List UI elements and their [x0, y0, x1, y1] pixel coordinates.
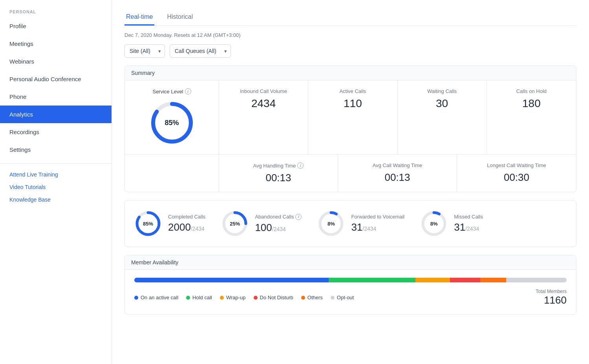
tab-historical[interactable]: Historical — [165, 9, 194, 25]
voicemail-title: Forwarded to Voicemail — [351, 214, 404, 220]
sidebar-divider — [0, 163, 112, 164]
member-availability: Member Availability On an active callHol… — [124, 255, 576, 315]
legend-dot-do-not-disturb — [254, 296, 258, 300]
stat-inbound-value: 2434 — [225, 97, 302, 110]
voicemail-donut: 8% — [317, 210, 345, 237]
sidebar-item-recordings[interactable]: Recordings — [0, 123, 112, 141]
voicemail-total: /2434 — [362, 226, 376, 232]
legend-label-wrap-up: Wrap-up — [226, 295, 246, 300]
total-members-label: Total Members — [536, 289, 567, 294]
stat-waiting-label: Waiting Calls — [404, 88, 480, 94]
legend-dot-wrap-up — [220, 296, 224, 300]
member-availability-body: On an active callHold callWrap-upDo Not … — [125, 270, 576, 314]
summary-header: Summary — [125, 66, 576, 80]
legend-item-others: Others — [301, 295, 323, 300]
availability-bar — [134, 278, 567, 282]
legend-item-active-call: On an active call — [134, 295, 178, 300]
service-level-value: 85% — [165, 119, 179, 127]
service-level-info-icon[interactable]: i — [185, 88, 191, 95]
legend-dot-others — [301, 296, 305, 300]
legend-label-active-call: On an active call — [141, 295, 178, 300]
site-filter[interactable]: Site (All) — [124, 44, 165, 58]
tabs: Real-time Historical — [124, 9, 576, 26]
filters: Site (All) Call Queues (All) — [124, 44, 576, 58]
breakdown-voicemail: 8% Forwarded to Voicemail 31/2434 — [317, 210, 404, 237]
legend-label-do-not-disturb: Do Not Disturb — [260, 295, 293, 300]
main-content: Real-time Historical Dec 7, 2020 Monday.… — [112, 0, 589, 364]
bar-segment-do-not-disturb — [450, 278, 480, 282]
stat-longest-waiting-value: 00:30 — [463, 171, 570, 184]
total-members-value: 1160 — [536, 294, 567, 306]
stat-active: Active Calls 110 — [308, 80, 397, 154]
sidebar: PERSONAL Profile Meetings Webinars Perso… — [0, 0, 112, 364]
stat-waiting: Waiting Calls 30 — [398, 80, 487, 154]
missed-total: /2434 — [465, 226, 479, 232]
sidebar-item-meetings[interactable]: Meetings — [0, 35, 112, 53]
metrics-row-top: Service Level i 85% Inbound Call Volume … — [125, 80, 576, 155]
sidebar-item-settings[interactable]: Settings — [0, 141, 112, 158]
legend-item-wrap-up: Wrap-up — [220, 295, 246, 300]
metrics-row-time: Avg Handling Time i 00:13 Avg Call Waiti… — [125, 155, 576, 192]
abandoned-info-icon[interactable]: i — [295, 214, 302, 220]
sidebar-link-knowledge-base[interactable]: Knowledge Base — [0, 193, 112, 206]
completed-donut: 85% — [134, 210, 162, 237]
completed-value: 2000 — [168, 221, 191, 233]
sidebar-link-video-tutorials[interactable]: Video Tutorials — [0, 181, 112, 193]
sidebar-item-profile[interactable]: Profile — [0, 17, 112, 35]
voicemail-value: 31 — [351, 221, 362, 233]
missed-percent: 8% — [430, 221, 438, 227]
legend-label-opt-out: Opt-out — [337, 295, 354, 300]
time-stats-grid: Avg Handling Time i 00:13 Avg Call Waiti… — [219, 155, 576, 192]
legend: On an active callHold callWrap-upDo Not … — [134, 295, 354, 300]
member-availability-header: Member Availability — [125, 255, 576, 270]
legend-label-others: Others — [307, 295, 323, 300]
sidebar-item-personal-audio[interactable]: Personal Audio Conference — [0, 70, 112, 88]
stat-longest-waiting: Longest Call Waiting Time 00:30 — [457, 155, 576, 192]
missed-donut: 8% — [420, 210, 448, 237]
sidebar-item-phone[interactable]: Phone — [0, 88, 112, 106]
stats-grid: Inbound Call Volume 2434 Active Calls 11… — [219, 80, 576, 154]
stat-hold: Calls on Hold 180 — [487, 80, 576, 154]
stat-hold-value: 180 — [493, 97, 570, 110]
abandoned-percent: 25% — [230, 221, 240, 227]
stat-avg-handling-label: Avg Handling Time i — [225, 162, 331, 169]
stat-avg-handling-value: 00:13 — [225, 172, 331, 184]
service-level-donut: 85% — [148, 99, 196, 146]
legend-dot-hold-call — [186, 296, 190, 300]
tab-realtime[interactable]: Real-time — [124, 9, 154, 25]
bar-segment-active-call — [134, 278, 329, 282]
stat-waiting-value: 30 — [404, 97, 480, 110]
site-filter-wrapper: Site (All) — [124, 44, 165, 58]
legend-dot-active-call — [134, 296, 138, 300]
sidebar-item-webinars[interactable]: Webinars — [0, 53, 112, 70]
abandoned-title: Abandoned Calls i — [255, 214, 302, 220]
total-members-section: Total Members 1160 — [536, 289, 567, 306]
stat-avg-waiting: Avg Call Waiting Time 00:13 — [338, 155, 457, 192]
bar-segment-hold-call — [329, 278, 415, 282]
completed-total: /2434 — [191, 226, 205, 232]
stat-active-label: Active Calls — [315, 88, 391, 94]
stat-avg-handling: Avg Handling Time i 00:13 — [219, 155, 338, 192]
sidebar-section-label: PERSONAL — [0, 0, 112, 17]
bar-segment-others — [480, 278, 506, 282]
queue-filter-wrapper: Call Queues (All) — [170, 44, 231, 58]
avg-handling-info-icon[interactable]: i — [297, 162, 304, 169]
legend-item-opt-out: Opt-out — [331, 295, 354, 300]
sidebar-item-analytics[interactable]: Analytics — [0, 106, 112, 123]
breakdown-abandoned: 25% Abandoned Calls i 100/2434 — [221, 210, 302, 237]
stat-active-value: 110 — [315, 97, 391, 110]
breakdown-card: 85% Completed Calls 2000/2434 25% Aband — [124, 200, 576, 247]
voicemail-percent: 8% — [327, 221, 335, 227]
summary-container: Summary Service Level i 85% — [124, 66, 576, 192]
queue-filter[interactable]: Call Queues (All) — [170, 44, 231, 58]
stat-inbound-label: Inbound Call Volume — [225, 88, 302, 94]
sidebar-link-live-training[interactable]: Attend Live Training — [0, 168, 112, 181]
missed-value: 31 — [454, 221, 465, 233]
stat-avg-waiting-value: 00:13 — [344, 171, 450, 184]
legend-label-hold-call: Hold call — [192, 295, 212, 300]
abandoned-value: 100 — [255, 222, 272, 233]
member-bottom: On an active callHold callWrap-upDo Not … — [134, 289, 567, 306]
legend-item-do-not-disturb: Do Not Disturb — [254, 295, 293, 300]
completed-title: Completed Calls — [168, 214, 205, 220]
service-level-card: Service Level i 85% — [125, 80, 219, 154]
